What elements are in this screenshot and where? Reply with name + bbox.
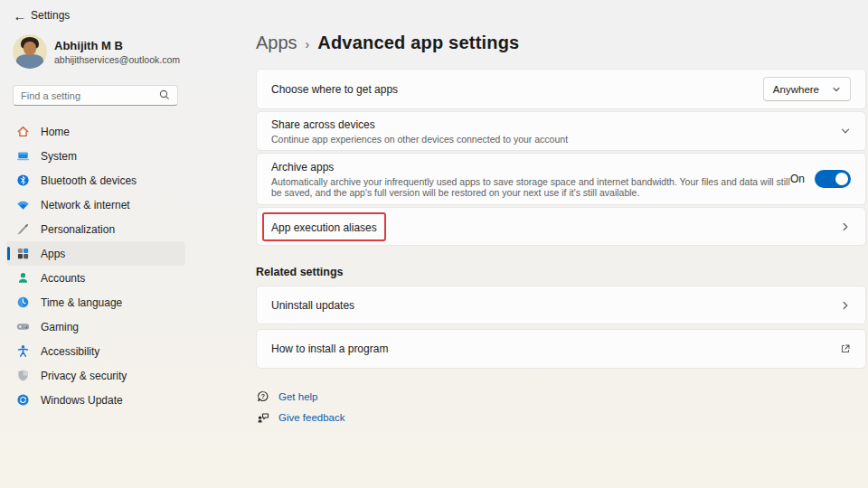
- paintbrush-icon: [15, 222, 30, 237]
- chevron-right-icon: [840, 300, 851, 311]
- give-feedback-link[interactable]: Give feedback: [256, 409, 866, 425]
- sidebar-item-accessibility[interactable]: Accessibility: [6, 339, 185, 363]
- card-share-across-devices[interactable]: Share across devices Continue app experi…: [256, 111, 866, 151]
- external-link-icon: [840, 343, 851, 354]
- sidebar-item-label: Personalization: [41, 223, 115, 236]
- bluetooth-icon: [15, 174, 30, 188]
- setting-title: How to install a program: [271, 343, 840, 355]
- profile-email: abhijithservices@outlook.com: [54, 54, 180, 65]
- home-icon: [15, 125, 30, 139]
- chevron-down-icon[interactable]: [840, 126, 851, 136]
- sidebar-item-label: Accessibility: [41, 345, 99, 358]
- help-bubble-icon: ?: [256, 390, 270, 403]
- sidebar-item-personalization[interactable]: Personalization: [6, 217, 185, 241]
- sidebar-item-label: System: [41, 150, 77, 163]
- card-choose-where-to-get-apps: Choose where to get apps Anywhere: [256, 69, 866, 109]
- accessibility-icon: [15, 344, 30, 359]
- sidebar-item-apps[interactable]: Apps: [6, 241, 185, 266]
- sidebar-item-windows-update[interactable]: Windows Update: [6, 388, 185, 412]
- card-app-execution-aliases[interactable]: App execution aliases: [256, 207, 866, 246]
- main-content: Apps › Advanced app settings Choose wher…: [256, 0, 866, 430]
- profile-name: Abhijith M B: [54, 39, 123, 52]
- chevron-right-icon: [840, 221, 851, 232]
- chevron-down-icon: [832, 85, 841, 94]
- sidebar-item-privacy[interactable]: Privacy & security: [6, 363, 185, 388]
- sidebar-item-bluetooth[interactable]: Bluetooth & devices: [6, 168, 185, 192]
- setting-title: Uninstall updates: [271, 299, 840, 312]
- search-icon: [159, 88, 170, 104]
- wifi-icon: [15, 198, 30, 212]
- breadcrumb-separator: ›: [306, 37, 310, 52]
- person-icon: [15, 271, 30, 286]
- setting-title: App execution aliases: [271, 221, 377, 234]
- sidebar-item-system[interactable]: System: [6, 144, 185, 168]
- card-uninstall-updates[interactable]: Uninstall updates: [256, 286, 866, 324]
- toggle-state-label: On: [790, 173, 805, 185]
- svg-text:?: ?: [261, 393, 265, 399]
- red-annotation-box: App execution aliases: [262, 212, 386, 241]
- get-help-link[interactable]: ? Get help: [256, 389, 866, 404]
- search-box[interactable]: [13, 85, 178, 106]
- dropdown-value: Anywhere: [773, 84, 819, 95]
- sidebar-item-label: Time & language: [41, 296, 122, 309]
- shield-icon: [15, 369, 30, 383]
- sidebar-item-accounts[interactable]: Accounts: [6, 266, 185, 290]
- feedback-icon: [256, 411, 270, 424]
- selected-accent-bar: [7, 247, 10, 260]
- sidebar-nav: Home System Bluetooth & devices Network …: [6, 119, 185, 412]
- page-title: Advanced app settings: [317, 33, 519, 53]
- footer-links: ? Get help Give feedback: [256, 389, 866, 425]
- setting-title: Share across devices: [271, 118, 840, 131]
- related-settings-heading: Related settings: [256, 266, 866, 278]
- sidebar-item-gaming[interactable]: Gaming: [6, 314, 185, 339]
- setting-description: Automatically archive your infrequently …: [271, 176, 790, 198]
- window-title: Settings: [31, 9, 70, 22]
- laptop-icon: [15, 149, 30, 164]
- get-help-label[interactable]: Get help: [278, 391, 317, 402]
- card-how-to-install-program[interactable]: How to install a program: [256, 329, 866, 369]
- give-feedback-label[interactable]: Give feedback: [278, 412, 345, 423]
- avatar-shirt: [16, 54, 43, 69]
- sidebar-item-network[interactable]: Network & internet: [6, 192, 185, 217]
- sidebar-item-label: Apps: [41, 248, 65, 260]
- apps-grid-icon: [15, 247, 30, 261]
- update-icon: [15, 393, 30, 408]
- breadcrumb: Apps › Advanced app settings: [256, 33, 866, 53]
- setting-title: Archive apps: [271, 161, 790, 174]
- card-archive-apps: Archive apps Automatically archive your …: [256, 153, 866, 205]
- sidebar-item-label: Home: [41, 126, 70, 138]
- sidebar-item-label: Bluetooth & devices: [41, 174, 137, 187]
- gamepad-icon: [15, 320, 30, 334]
- sidebar-item-label: Network & internet: [41, 199, 130, 211]
- avatar-face: [24, 42, 36, 55]
- avatar[interactable]: [13, 34, 47, 69]
- sidebar-item-label: Windows Update: [41, 394, 123, 407]
- sidebar-item-label: Gaming: [41, 321, 79, 333]
- setting-title: Choose where to get apps: [271, 83, 763, 96]
- sidebar-item-home[interactable]: Home: [6, 119, 185, 144]
- get-apps-dropdown[interactable]: Anywhere: [763, 77, 851, 101]
- back-button[interactable]: ←: [9, 5, 31, 25]
- sidebar-item-time-language[interactable]: Time & language: [6, 290, 185, 314]
- breadcrumb-apps[interactable]: Apps: [256, 33, 297, 53]
- setting-subtitle: Continue app experiences on other device…: [271, 134, 840, 145]
- sidebar-item-label: Privacy & security: [41, 370, 127, 382]
- archive-apps-toggle[interactable]: [815, 170, 851, 188]
- sidebar-item-label: Accounts: [41, 272, 85, 285]
- search-input[interactable]: [21, 90, 159, 101]
- clock-icon: [15, 296, 30, 310]
- toggle-knob: [835, 173, 848, 185]
